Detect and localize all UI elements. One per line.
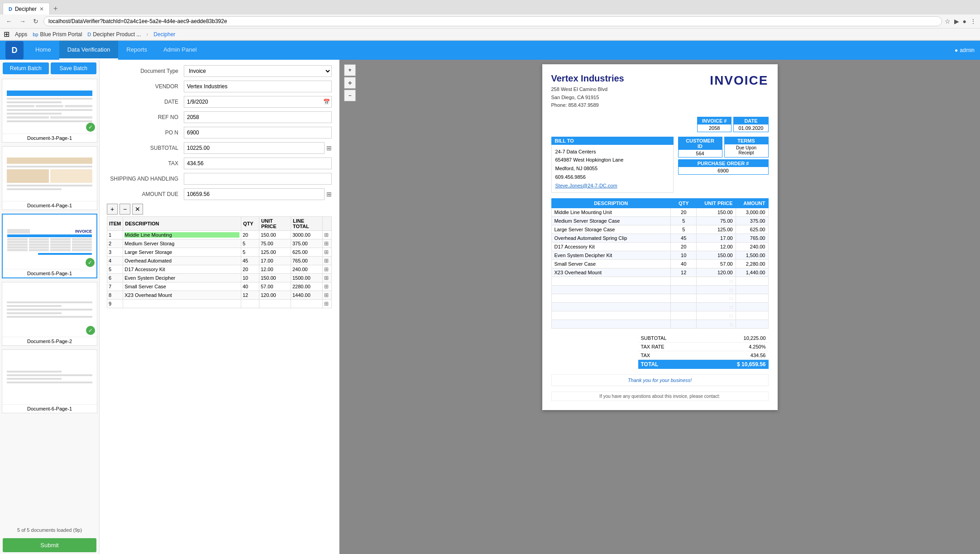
unit-price-cell[interactable] xyxy=(261,258,289,263)
table-row: 1 xyxy=(107,231,123,239)
description-cell[interactable] xyxy=(124,258,239,263)
qty-cell[interactable] xyxy=(243,232,258,238)
description-cell[interactable] xyxy=(124,249,239,255)
document-item[interactable]: ✓ Document-5-Page-2 xyxy=(2,282,97,346)
qty-cell[interactable] xyxy=(243,258,258,263)
nav-reports[interactable]: Reports xyxy=(118,41,155,60)
remove-row-button[interactable]: − xyxy=(120,204,130,215)
unit-price-cell[interactable] xyxy=(261,284,289,289)
forward-button[interactable]: → xyxy=(17,17,28,26)
date-input[interactable] xyxy=(184,96,332,108)
qty-cell[interactable] xyxy=(243,301,258,306)
nav-data-verification[interactable]: Data Verification xyxy=(59,41,119,60)
document-item-active[interactable]: INVOICE ✓ Document-5-Page-1 xyxy=(2,214,97,278)
grid-icon-amount[interactable]: ⊞ xyxy=(326,191,332,198)
nav-home[interactable]: Home xyxy=(27,41,59,60)
invoice-date-box: DATE 01.09.2020 xyxy=(733,117,768,132)
bookmark-blueprism-label: Blue Prism Portal xyxy=(40,31,82,38)
row-grid-icon[interactable]: ⊞ xyxy=(324,249,329,255)
description-cell[interactable] xyxy=(124,284,239,289)
nav-admin-panel[interactable]: Admin Panel xyxy=(155,41,205,60)
tab-close-btn[interactable]: ✕ xyxy=(39,6,44,12)
qty-cell[interactable] xyxy=(243,267,258,272)
save-batch-button[interactable]: Save Batch xyxy=(51,62,97,74)
invoice-line-items-table: DESCRIPTION QTY UNIT PRICE AMOUNT Middle… xyxy=(551,198,769,277)
submit-button[interactable]: Submit xyxy=(3,538,96,552)
add-row-button[interactable]: + xyxy=(107,204,118,215)
account-icon[interactable]: ● xyxy=(963,18,966,25)
browser-tab[interactable]: D Decipher ✕ xyxy=(3,3,50,14)
back-button[interactable]: ← xyxy=(4,17,14,26)
user-menu[interactable]: ● admin xyxy=(955,47,975,53)
unit-price-cell[interactable] xyxy=(261,241,289,246)
row-grid-icon[interactable]: ⊞ xyxy=(324,266,329,272)
subtotal-input[interactable] xyxy=(184,142,325,154)
tax-input[interactable] xyxy=(184,158,332,169)
form-panel: Document Type Invoice VENDOR DATE 📅 REF … xyxy=(100,60,339,554)
document-item[interactable]: ✓ Document-3-Page-1 xyxy=(2,79,97,143)
row-grid-icon[interactable]: ⊞ xyxy=(324,240,329,247)
unit-price-cell[interactable] xyxy=(261,292,289,298)
row-grid-icon[interactable]: ⊞ xyxy=(324,283,329,290)
line-total-cell[interactable] xyxy=(292,249,321,255)
qty-cell[interactable] xyxy=(243,275,258,281)
document-item[interactable]: Document-4-Page-1 xyxy=(2,146,97,210)
line-total-cell[interactable] xyxy=(292,292,321,298)
line-total-cell[interactable] xyxy=(292,241,321,246)
description-cell[interactable] xyxy=(124,232,239,238)
amount-due-input[interactable] xyxy=(184,188,325,200)
unit-price-cell[interactable] xyxy=(261,267,289,272)
zoom-out-button[interactable]: − xyxy=(344,90,356,101)
row-grid-icon[interactable]: ⊞ xyxy=(324,292,329,298)
line-total-cell[interactable] xyxy=(292,301,321,306)
subtotal-row-inv: SUBTOTAL 10,225.00 xyxy=(638,334,769,343)
unit-price-cell[interactable] xyxy=(261,275,289,281)
unit-price-cell[interactable] xyxy=(261,249,289,255)
grid-icon-subtotal[interactable]: ⊞ xyxy=(326,144,332,152)
bookmark-decipher-product[interactable]: D Decipher Product ... xyxy=(87,31,141,38)
bookmark-apps[interactable]: Apps xyxy=(15,31,27,38)
description-cell[interactable] xyxy=(124,275,239,281)
line-total-cell[interactable] xyxy=(292,258,321,263)
pan-button[interactable]: ✛ xyxy=(344,77,356,89)
new-tab-button[interactable]: + xyxy=(50,5,61,13)
bookmark-star-icon[interactable]: ☆ xyxy=(945,18,951,25)
ref-no-label: REF NO xyxy=(107,114,184,120)
document-item[interactable]: Document-6-Page-1 xyxy=(2,349,97,413)
description-cell[interactable] xyxy=(124,241,239,246)
shipping-input[interactable] xyxy=(184,173,332,185)
qty-cell[interactable] xyxy=(243,241,258,246)
po-input[interactable] xyxy=(184,127,332,138)
qty-cell[interactable] xyxy=(243,284,258,289)
ref-no-input[interactable] xyxy=(184,111,332,123)
bookmark-decipher[interactable]: Decipher xyxy=(153,31,175,38)
document-type-select[interactable]: Invoice xyxy=(184,65,332,77)
description-cell[interactable] xyxy=(124,292,239,298)
description-cell[interactable] xyxy=(124,267,239,272)
reload-button[interactable]: ↻ xyxy=(31,17,41,26)
line-total-cell[interactable] xyxy=(292,232,321,238)
row-grid-icon[interactable]: ⊞ xyxy=(324,232,329,238)
unit-price-cell[interactable] xyxy=(261,301,289,306)
table-row: 9 xyxy=(107,300,123,308)
return-batch-button[interactable]: Return Batch xyxy=(3,62,49,74)
description-cell[interactable] xyxy=(124,301,239,306)
clear-row-button[interactable]: ✕ xyxy=(132,204,143,215)
line-total-cell[interactable] xyxy=(292,267,321,272)
cast-icon[interactable]: ▶ xyxy=(954,18,959,25)
unit-price-cell[interactable] xyxy=(261,232,289,238)
bookmark-blueprism[interactable]: bp Blue Prism Portal xyxy=(33,31,82,38)
row-grid-icon[interactable]: ⊞ xyxy=(324,301,329,307)
row-grid-icon[interactable]: ⊞ xyxy=(324,275,329,281)
vendor-input[interactable] xyxy=(184,81,332,92)
zoom-in-button[interactable]: + xyxy=(344,64,356,76)
table-row xyxy=(241,231,259,239)
menu-icon[interactable]: ⋮ xyxy=(970,18,976,25)
qty-cell[interactable] xyxy=(243,292,258,298)
qty-cell[interactable] xyxy=(243,249,258,255)
calendar-icon[interactable]: 📅 xyxy=(323,99,330,105)
row-grid-icon[interactable]: ⊞ xyxy=(324,258,329,264)
line-total-cell[interactable] xyxy=(292,284,321,289)
line-total-cell[interactable] xyxy=(292,275,321,281)
url-input[interactable] xyxy=(43,16,942,26)
